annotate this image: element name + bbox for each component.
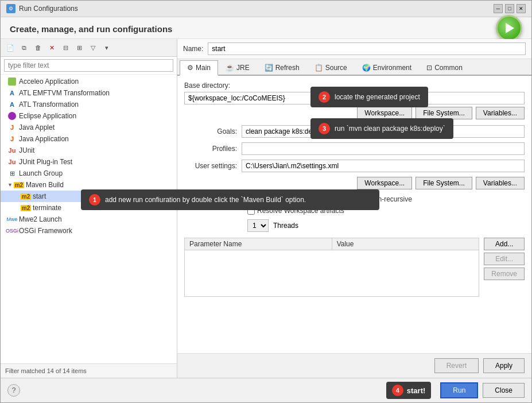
jre-tab-icon: ☕: [226, 64, 234, 72]
delete-button[interactable]: 🗑: [32, 41, 44, 54]
callout-4: 4 start!: [386, 382, 432, 399]
main-tab-icon: ⚙: [187, 64, 193, 72]
osgi-icon: OSGi: [7, 226, 17, 235]
atl-icon: A: [7, 88, 17, 98]
acceleo-icon: [7, 77, 17, 86]
tree-item-eclipse[interactable]: Eclipse Application: [1, 110, 177, 122]
param-value-col: Value: [332, 238, 479, 250]
tab-common[interactable]: ⊡ Common: [419, 60, 470, 75]
tree-item-junit-plugin[interactable]: Ju JUnit Plug-in Test: [1, 156, 177, 168]
config-tabs: ⚙ Main ☕ JRE 🔄 Refresh 📋 Source 🌍 E: [177, 59, 531, 76]
tree-item-maven-build[interactable]: ▼ m2 Maven Build: [1, 179, 177, 191]
new-config-button[interactable]: 📄: [4, 41, 17, 54]
java-app-icon: J: [7, 134, 17, 144]
tree-item-junit[interactable]: Ju JUnit: [1, 145, 177, 156]
filesystem-btn-1[interactable]: File System...: [415, 107, 472, 119]
launch-group-icon: ⊞: [7, 169, 17, 178]
filesystem-btn-2[interactable]: File System...: [415, 177, 472, 189]
help-button[interactable]: ?: [7, 384, 20, 397]
profiles-input[interactable]: [242, 142, 525, 155]
variables-btn-2[interactable]: Variables...: [476, 177, 525, 189]
close-button[interactable]: Close: [483, 383, 525, 398]
callout-2: 2 locate the generated project: [310, 87, 428, 107]
tree-item-java-app[interactable]: J Java Application: [1, 133, 177, 145]
tab-content-main: Base directory: Workspace... File System…: [177, 76, 531, 353]
atl2-icon: A: [7, 100, 17, 109]
name-label: Name:: [183, 45, 203, 53]
threads-select[interactable]: 1 2 4: [247, 219, 269, 232]
maven-terminate-icon: m2: [21, 203, 30, 212]
duplicate-button[interactable]: ⧉: [18, 41, 30, 54]
tree-item-atl-emftvm[interactable]: A ATL EMFTVM Transformation: [1, 87, 177, 99]
page-title: Create, manage, and run configurations: [10, 24, 522, 34]
java-applet-icon: J: [7, 123, 17, 132]
edit-param-button[interactable]: Edit...: [484, 253, 525, 265]
revert-button[interactable]: Revert: [434, 358, 479, 373]
apply-button[interactable]: Apply: [483, 358, 525, 373]
filter-input[interactable]: [4, 59, 173, 72]
add-param-button[interactable]: Add...: [484, 238, 525, 250]
params-body[interactable]: [185, 250, 479, 296]
filter-status: Filter matched 14 of 14 items: [5, 367, 87, 374]
chevron-down-icon: ▼: [7, 182, 13, 188]
workspace-btn-1[interactable]: Workspace...: [357, 107, 412, 119]
callout-3: 3 run `mvn clean package k8s:deploy`: [310, 118, 453, 139]
play-triangle-icon: [506, 23, 514, 33]
config-tree: Acceleo Application A ATL EMFTVM Transfo…: [1, 75, 177, 363]
name-input[interactable]: [208, 42, 526, 55]
tree-item-atl[interactable]: A ATL Transformation: [1, 99, 177, 110]
goals-label: Goals:: [184, 127, 242, 135]
param-name-col: Parameter Name: [185, 238, 332, 250]
step-3-circle: 3: [319, 123, 330, 134]
user-settings-input[interactable]: [242, 160, 525, 172]
eclipse-icon: [7, 111, 17, 121]
filter-button[interactable]: ▽: [87, 41, 99, 54]
remove-param-button[interactable]: Remove: [484, 268, 525, 280]
refresh-tab-icon: 🔄: [265, 64, 273, 72]
tab-source[interactable]: 📋 Source: [307, 60, 355, 75]
variables-btn-1[interactable]: Variables...: [476, 107, 525, 119]
env-tab-icon: 🌍: [362, 64, 371, 72]
source-tab-icon: 📋: [314, 64, 323, 72]
maximize-button[interactable]: □: [505, 4, 514, 13]
window-title: Run Configurations: [19, 5, 78, 13]
user-settings-label: User settings:: [184, 162, 242, 170]
view-menu-button[interactable]: ▾: [100, 41, 113, 54]
step-4-circle: 4: [392, 385, 403, 396]
step-2-circle: 2: [319, 91, 330, 103]
tab-refresh[interactable]: 🔄 Refresh: [257, 60, 307, 75]
collapse-button[interactable]: ⊟: [59, 41, 72, 54]
expand-button[interactable]: ⊞: [73, 41, 86, 54]
params-table: Parameter Name Value: [184, 238, 479, 297]
window-icon: ⚙: [6, 4, 15, 13]
step-1-circle: 1: [89, 194, 100, 206]
tree-item-java-applet[interactable]: J Java Applet: [1, 122, 177, 133]
run-icon-button[interactable]: [496, 15, 522, 41]
profiles-label: Profiles:: [184, 145, 242, 153]
tab-environment[interactable]: 🌍 Environment: [355, 60, 419, 75]
junit-icon: Ju: [7, 146, 17, 155]
tree-item-launch-group[interactable]: ⊞ Launch Group: [1, 168, 177, 179]
dialog-footer: ? 4 start! Run Close: [1, 378, 531, 402]
mwe2-icon: Mwe: [7, 215, 17, 224]
tree-item-mwe2[interactable]: Mwe Mwe2 Launch: [1, 214, 177, 225]
workspace-btn-2[interactable]: Workspace...: [357, 177, 412, 189]
common-tab-icon: ⊡: [426, 64, 432, 72]
base-dir-label: Base directory:: [184, 82, 230, 90]
close-window-button[interactable]: ✕: [517, 4, 526, 13]
run-button[interactable]: Run: [440, 382, 478, 398]
callout-1: 1 add new run confiuration by double cli…: [81, 189, 379, 210]
maven-build-icon: m2: [14, 180, 24, 189]
tree-item-osgi[interactable]: OSGi OSGi Framework: [1, 225, 177, 237]
threads-label: Threads: [273, 222, 298, 230]
tree-item-acceleo[interactable]: Acceleo Application: [1, 76, 177, 87]
maven-start-icon: m2: [21, 192, 30, 201]
tab-main[interactable]: ⚙ Main: [180, 60, 218, 76]
stop-button[interactable]: ✕: [45, 41, 58, 54]
minimize-button[interactable]: ─: [494, 4, 503, 13]
tab-jre[interactable]: ☕ JRE: [218, 60, 257, 75]
junit-plugin-icon: Ju: [7, 157, 17, 166]
